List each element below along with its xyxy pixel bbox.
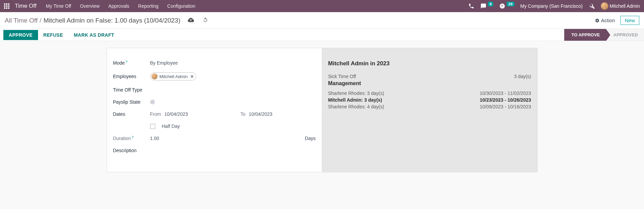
list-item[interactable]: Sharlene Rhodes: 4 day(s)10/09/2023 - 10… xyxy=(328,103,531,110)
half-day-label: Half Day xyxy=(162,124,180,129)
top-nav: My Time Off Overview Approvals Reporting… xyxy=(46,3,195,9)
mode-label: Mode? xyxy=(113,60,150,66)
employees-value[interactable]: Mitchell Admin ✕ xyxy=(150,72,316,80)
top-navbar: Time Off My Time Off Overview Approvals … xyxy=(0,0,644,12)
company-switcher[interactable]: My Company (San Francisco) xyxy=(520,3,583,9)
chat-icon[interactable]: 8 xyxy=(480,3,493,9)
status-stages: TO APPROVE APPROVED xyxy=(564,29,644,41)
refuse-button[interactable]: REFUSE xyxy=(38,30,69,40)
action-dropdown[interactable]: Action xyxy=(595,18,615,23)
duration-value[interactable]: 1.00 xyxy=(150,136,159,141)
summary-days: 3 day(s) xyxy=(514,74,531,79)
breadcrumb: All Time Off / Mitchell Admin on False: … xyxy=(5,17,208,24)
approve-button[interactable]: APPROVE xyxy=(3,30,38,40)
status-bar: APPROVE REFUSE MARK AS DRAFT TO APPROVE … xyxy=(0,29,644,41)
mode-value[interactable]: By Employee xyxy=(150,60,316,66)
list-item-name: Sharlene Rhodes: 3 day(s) xyxy=(328,91,384,96)
nav-overview[interactable]: Overview xyxy=(80,3,99,9)
subheader: All Time Off / Mitchell Admin on False: … xyxy=(0,12,644,29)
content-area: Mode? By Employee Employees Mitchell Adm… xyxy=(0,41,644,186)
employees-label: Employees xyxy=(113,74,150,79)
half-day-row: Half Day xyxy=(150,124,316,129)
phone-icon[interactable] xyxy=(468,3,474,9)
cloud-upload-icon[interactable] xyxy=(188,17,194,24)
duration-value-row: 1.00 Days xyxy=(150,136,316,141)
to-date[interactable]: 10/04/2023 xyxy=(249,111,272,117)
breadcrumb-sep: / xyxy=(40,17,41,24)
mode-label-text: Mode xyxy=(113,60,125,66)
nav-reporting[interactable]: Reporting xyxy=(138,3,159,9)
mark-draft-button[interactable]: MARK AS DRAFT xyxy=(68,30,120,40)
subheader-right: Action New xyxy=(595,16,639,25)
payslip-state-value xyxy=(150,100,316,104)
list-item[interactable]: Mitchell Admin: 3 day(s)10/23/2023 - 10/… xyxy=(328,97,531,103)
dates-label: Dates xyxy=(113,111,150,117)
activity-icon[interactable]: 28 xyxy=(499,3,514,9)
summary-name: Sick Time Off xyxy=(328,74,356,79)
tools-icon[interactable] xyxy=(589,3,595,9)
action-label: Action xyxy=(601,18,615,23)
nav-my-time-off[interactable]: My Time Off xyxy=(46,3,71,9)
form-sheet: Mode? By Employee Employees Mitchell Adm… xyxy=(107,48,538,172)
help-icon[interactable]: ? xyxy=(131,135,133,139)
list-item-range: 10/09/2023 - 10/16/2023 xyxy=(480,104,531,109)
form-right: Mitchell Admin in 2023 Sick Time Off 3 d… xyxy=(322,48,537,172)
employee-tag-name: Mitchell Admin xyxy=(160,74,188,79)
activity-badge: 28 xyxy=(507,2,514,6)
status-actions: APPROVE REFUSE MARK AS DRAFT xyxy=(0,29,120,41)
breadcrumb-current: Mitchell Admin on False: 1.00 days (10/0… xyxy=(43,17,180,24)
list-item-range: 10/30/2023 - 11/02/2023 xyxy=(480,91,531,96)
topbar-right: 8 28 My Company (San Francisco) Mitchell… xyxy=(468,2,640,10)
duration-label: Duration? xyxy=(113,136,150,141)
to-label: To xyxy=(240,111,245,117)
status-dot-icon xyxy=(150,100,155,104)
user-menu[interactable]: Mitchell Admin xyxy=(601,2,640,10)
description-label: Description xyxy=(113,148,150,153)
apps-icon[interactable] xyxy=(4,3,9,9)
half-day-checkbox[interactable] xyxy=(150,124,155,129)
app-title[interactable]: Time Off xyxy=(15,3,36,9)
management-list: Sharlene Rhodes: 3 day(s)10/30/2023 - 11… xyxy=(328,90,531,110)
summary-title: Mitchell Admin in 2023 xyxy=(328,60,531,67)
remove-tag-icon[interactable]: ✕ xyxy=(190,74,194,79)
list-item-name: Sharlene Rhodes: 4 day(s) xyxy=(328,104,384,109)
avatar xyxy=(601,2,608,10)
stage-to-approve[interactable]: TO APPROVE xyxy=(564,29,606,41)
time-off-type-label: Time Off Type xyxy=(113,87,150,93)
help-icon[interactable]: ? xyxy=(126,60,128,64)
duration-label-text: Duration xyxy=(113,136,131,141)
nav-configuration[interactable]: Configuration xyxy=(167,3,195,9)
section-title: Management xyxy=(328,80,531,86)
from-label: From xyxy=(150,111,161,117)
undo-icon[interactable] xyxy=(203,17,208,24)
nav-approvals[interactable]: Approvals xyxy=(108,3,129,9)
avatar xyxy=(151,73,158,79)
user-name: Mitchell Admin xyxy=(610,3,640,9)
employee-tag[interactable]: Mitchell Admin ✕ xyxy=(150,72,197,80)
dates-value: From 10/04/2023 To 10/04/2023 xyxy=(150,111,316,117)
stage-approved[interactable]: APPROVED xyxy=(606,29,644,41)
breadcrumb-root[interactable]: All Time Off xyxy=(5,17,38,24)
duration-unit: Days xyxy=(305,136,316,141)
chat-badge: 8 xyxy=(488,2,493,6)
payslip-state-label: Payslip State xyxy=(113,99,150,105)
list-item-range: 10/23/2023 - 10/26/2023 xyxy=(480,97,531,103)
new-button[interactable]: New xyxy=(620,16,639,25)
summary-line: Sick Time Off 3 day(s) xyxy=(328,73,531,80)
list-item-name: Mitchell Admin: 3 day(s) xyxy=(328,97,382,103)
list-item[interactable]: Sharlene Rhodes: 3 day(s)10/30/2023 - 11… xyxy=(328,90,531,97)
form-left: Mode? By Employee Employees Mitchell Adm… xyxy=(107,48,322,172)
from-date[interactable]: 10/04/2023 xyxy=(164,111,188,117)
